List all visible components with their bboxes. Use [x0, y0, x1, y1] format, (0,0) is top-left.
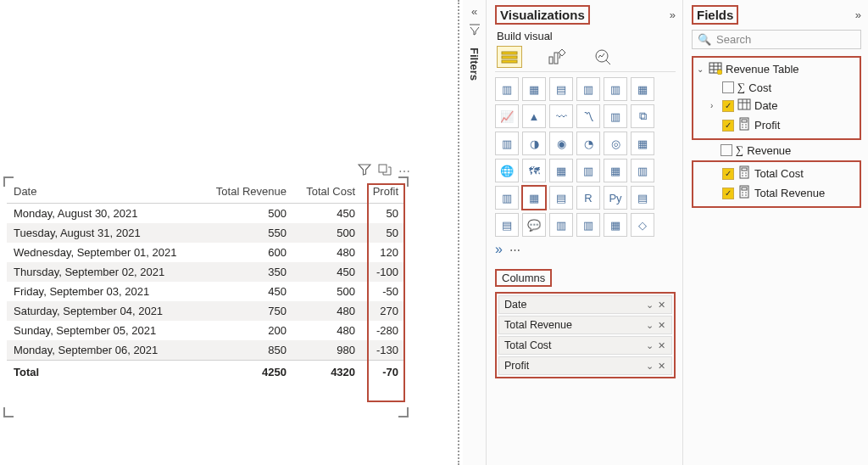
viz-type-icon[interactable]: ▥ [604, 77, 627, 101]
viz-type-icon[interactable]: ▦ [522, 77, 546, 101]
more-options-icon[interactable]: ⋯ [398, 165, 410, 178]
expand-filters-icon[interactable]: « [471, 5, 477, 18]
table-node[interactable]: ⌄ Revenue Table [695, 59, 858, 79]
field-checkbox[interactable] [722, 168, 734, 180]
ellipsis-icon[interactable]: ⋯ [509, 244, 520, 256]
format-visual-tab[interactable] [546, 46, 568, 68]
field-checkbox[interactable] [722, 81, 734, 93]
viz-type-icon[interactable]: 💬 [522, 213, 546, 237]
viz-type-icon[interactable]: ▥ [576, 77, 600, 101]
viz-type-icon[interactable]: 🗺 [522, 159, 546, 182]
chevron-right-icon[interactable]: › [710, 101, 719, 110]
svg-point-18 [742, 172, 743, 174]
svg-rect-11 [742, 120, 747, 122]
viz-type-icon[interactable]: ◇ [631, 213, 654, 237]
remove-field-icon[interactable]: ✕ [658, 320, 666, 330]
viz-type-icon[interactable]: ▥ [604, 104, 627, 128]
field-item[interactable]: ∑Revenue [692, 142, 861, 159]
analytics-tab[interactable] [592, 46, 614, 68]
viz-type-icon[interactable]: 🌐 [495, 159, 519, 182]
pane-divider[interactable] [458, 0, 459, 465]
cell-date: Monday, September 06, 2021 [7, 340, 201, 361]
viz-type-icon[interactable]: 📈 [495, 104, 519, 128]
field-well[interactable]: Total Revenue⌄ ✕ [498, 316, 672, 334]
table-row[interactable]: Monday, September 06, 2021850980-130 [7, 340, 405, 361]
table-row[interactable]: Tuesday, August 31, 202155050050 [7, 223, 405, 243]
chevron-down-icon[interactable]: ⌄ [646, 300, 654, 310]
report-canvas[interactable]: ⋯ Date Total Revenue Total Cost Profit M… [0, 0, 458, 465]
viz-type-icon[interactable]: ▤ [549, 186, 573, 210]
field-item[interactable]: ∑Cost [695, 79, 858, 96]
filters-pane-collapsed[interactable]: « Filters [463, 0, 487, 465]
collapse-fields-icon[interactable]: » [855, 8, 861, 21]
table-row[interactable]: Monday, August 30, 202150045050 [7, 204, 405, 224]
viz-type-icon[interactable]: ▥ [631, 159, 654, 182]
table-visual[interactable]: ⋯ Date Total Revenue Total Cost Profit M… [7, 180, 405, 414]
viz-type-icon[interactable]: ◎ [604, 132, 627, 155]
viz-type-icon[interactable]: R [576, 186, 600, 210]
focus-mode-icon[interactable] [378, 163, 392, 179]
field-checkbox[interactable] [722, 100, 734, 112]
viz-type-icon[interactable]: ▦ [631, 77, 654, 101]
viz-type-icon[interactable]: ▥ [495, 77, 519, 101]
field-item[interactable]: Total Revenue [695, 183, 858, 203]
viz-type-icon[interactable]: ▥ [495, 186, 519, 210]
col-header-rev[interactable]: Total Revenue [201, 180, 293, 204]
table-row[interactable]: Sunday, September 05, 2021200480-280 [7, 321, 405, 340]
svg-point-25 [745, 192, 747, 193]
cell-date: Sunday, September 05, 2021 [7, 321, 201, 340]
viz-type-icon[interactable]: 〽 [576, 104, 600, 128]
viz-type-icon[interactable]: ◑ [522, 132, 546, 155]
viz-type-icon[interactable]: ▤ [495, 213, 519, 237]
field-checkbox[interactable] [722, 120, 734, 132]
viz-type-icon[interactable]: ▥ [549, 213, 573, 237]
svg-point-12 [742, 124, 743, 126]
col-header-date[interactable]: Date [7, 180, 201, 204]
fields-search[interactable]: 🔍 Search [692, 30, 861, 49]
viz-type-icon[interactable]: ▦ [604, 213, 627, 237]
field-item[interactable]: Total Cost [695, 164, 858, 183]
viz-type-icon[interactable]: ▥ [576, 159, 600, 182]
visualization-gallery: ▥▦▤▥▥▦📈▲〰〽▥⧉▥◑◉◔◎▦🌐🗺▦▥▦▥▥▦▤RPy▤▤💬▥▥▦◇ [495, 77, 676, 237]
viz-type-icon[interactable]: ▦ [522, 186, 546, 210]
field-well[interactable]: Profit⌄ ✕ [498, 356, 672, 375]
cell-cost: 500 [293, 223, 362, 243]
viz-type-icon[interactable]: ▤ [549, 77, 573, 101]
field-checkbox[interactable] [722, 188, 734, 199]
table-row[interactable]: Friday, September 03, 2021450500-50 [7, 282, 405, 301]
field-well[interactable]: Date⌄ ✕ [498, 295, 672, 314]
build-visual-tab[interactable] [497, 46, 522, 68]
cell-profit: 270 [362, 301, 405, 321]
chevron-down-icon[interactable]: ⌄ [646, 361, 654, 371]
field-item[interactable]: Profit [695, 115, 858, 135]
viz-type-icon[interactable]: ▦ [549, 159, 573, 182]
remove-field-icon[interactable]: ✕ [658, 300, 666, 310]
table-row[interactable]: Wednesday, September 01, 2021600480120 [7, 243, 405, 262]
viz-type-icon[interactable]: Py [604, 186, 627, 210]
viz-type-icon[interactable]: 〰 [549, 104, 573, 128]
search-placeholder: Search [716, 33, 751, 46]
viz-type-icon[interactable]: ▥ [576, 213, 600, 237]
collapse-viz-icon[interactable]: » [670, 8, 676, 21]
field-well[interactable]: Total Cost⌄ ✕ [498, 336, 672, 355]
viz-type-icon[interactable]: ▦ [631, 132, 654, 155]
svg-rect-17 [742, 168, 747, 171]
col-header-cost[interactable]: Total Cost [293, 180, 362, 204]
viz-type-icon[interactable]: ◔ [576, 132, 600, 155]
table-row[interactable]: Thursday, September 02, 2021350450-100 [7, 262, 405, 282]
viz-type-icon[interactable]: ⧉ [631, 104, 654, 128]
field-checkbox[interactable] [721, 144, 732, 156]
viz-type-icon[interactable]: ▤ [631, 186, 654, 210]
more-visuals-icon[interactable]: » [495, 242, 503, 257]
viz-type-icon[interactable]: ▥ [495, 132, 519, 155]
viz-type-icon[interactable]: ▦ [604, 159, 627, 182]
viz-type-icon[interactable]: ◉ [549, 132, 573, 155]
field-item[interactable]: ›Date [695, 96, 858, 115]
chevron-down-icon[interactable]: ⌄ [646, 340, 654, 350]
table-row[interactable]: Saturday, September 04, 2021750480270 [7, 301, 405, 321]
filter-icon[interactable] [358, 163, 371, 179]
viz-type-icon[interactable]: ▲ [522, 104, 546, 128]
remove-field-icon[interactable]: ✕ [658, 340, 666, 350]
remove-field-icon[interactable]: ✕ [658, 361, 666, 371]
chevron-down-icon[interactable]: ⌄ [646, 320, 654, 330]
